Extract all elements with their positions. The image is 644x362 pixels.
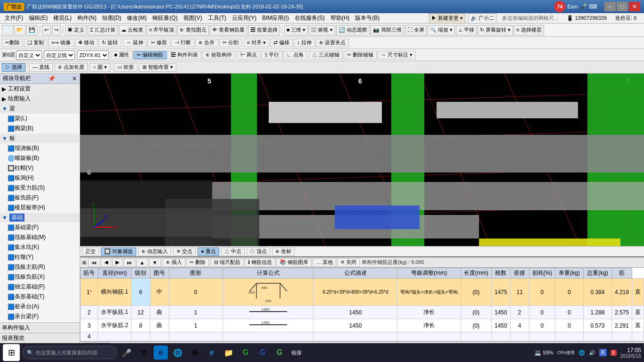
split-btn[interactable]: ✂ 分割 xyxy=(219,39,242,47)
sidebar-item-raft-neg-rebar[interactable]: 🟦 筏板负筋(X) xyxy=(0,272,80,282)
sidebar-item-slab-rebar-s[interactable]: 🟦 板受力筋(S) xyxy=(0,183,80,193)
sidebar-item-ring-beam[interactable]: 🟦 圈梁(B) xyxy=(0,123,80,133)
3d-btn[interactable]: ■ 三维 ▾ xyxy=(284,25,308,35)
menu-modify[interactable]: 修改(M) xyxy=(124,13,149,24)
dim-label-btn[interactable]: ↔ 尺寸标注 ▾ xyxy=(378,51,416,59)
menu-floor[interactable]: 楼层(L) xyxy=(50,13,74,24)
taskbar-taskview[interactable]: ⧉ xyxy=(137,346,151,360)
menu-view[interactable]: 视图(V) xyxy=(181,13,205,24)
table-row-1[interactable]: 1* 横向钢筋.1 6 中 0 490 xyxy=(81,279,644,306)
cell-diameter-1[interactable]: 6 xyxy=(132,279,150,306)
sidebar-item-col-pad[interactable]: 🟦 柱墩(Y) xyxy=(0,252,80,262)
other-btn[interactable]: … 其他 xyxy=(313,258,336,267)
sidebar-item-pit[interactable]: 🟦 集水坑(K) xyxy=(0,242,80,252)
sidebar-section-settings[interactable]: ▶ 工程设置 xyxy=(0,84,80,94)
next-record-btn[interactable]: ▶ xyxy=(112,258,123,267)
menu-part[interactable]: 构件(N) xyxy=(74,13,99,24)
trim-btn[interactable]: ✂ 修剪 xyxy=(148,39,170,47)
last-record-btn[interactable]: ⏭ xyxy=(124,258,135,267)
save-btn[interactable]: 💾 xyxy=(26,25,38,35)
sidebar-item-slab-neg-f[interactable]: 🟦 板负筋(F) xyxy=(0,193,80,203)
sidebar-item-cap-beam[interactable]: 🟦 承台梁(F) xyxy=(0,312,80,321)
rebar-lib-btn[interactable]: 📚 钢筋图库 xyxy=(276,258,312,267)
circle-btn[interactable]: ○ 圆 ▾ xyxy=(90,63,110,72)
dynamic-btn[interactable]: 🔄 动态观察 xyxy=(336,25,370,35)
taskbar-link[interactable]: 链接 xyxy=(289,346,304,360)
sidebar-item-raft-main-rebar[interactable]: 🟦 筏板主筋(R) xyxy=(0,262,80,272)
sidebar-item-strip-foundation[interactable]: 🟦 条形基础(T) xyxy=(0,292,80,302)
sidebar-item-floor-band[interactable]: 🟦 楼层板带(H) xyxy=(0,203,80,213)
mirror-btn[interactable]: ⟺ 镜像 xyxy=(48,39,74,47)
vertex-btn[interactable]: ◇ 顶点 xyxy=(247,247,270,256)
menu-edit[interactable]: 编辑(E) xyxy=(26,13,50,24)
orthogonal-btn[interactable]: 正交 xyxy=(82,247,99,256)
table-row-3[interactable]: 3 水平纵筋.2 8 曲 1 1450 1450 xyxy=(81,319,644,332)
sidebar-item-beam-l[interactable]: 🟦 梁(L) xyxy=(0,114,80,123)
view-rebar-btn[interactable]: 👁 查看钢筋量 xyxy=(210,25,247,35)
sidebar-footer-report[interactable]: 报表预览 xyxy=(0,333,80,343)
keyboard-icon[interactable]: ⌨ xyxy=(589,3,597,10)
canvas-area[interactable]: 5 6 7 8 xyxy=(80,74,644,246)
start-button[interactable]: ⊞ xyxy=(3,344,20,361)
taskbar-ie[interactable]: e xyxy=(205,346,219,360)
rect-btn[interactable]: ▭ 矩形 xyxy=(114,63,137,72)
taskbar-cortana[interactable]: 🎤 xyxy=(120,346,134,360)
plan-btn[interactable]: ▤ 俯视 ▾ xyxy=(309,25,335,35)
dynamic-input-btn[interactable]: ⊕ 动态输入 xyxy=(138,247,171,256)
parts-list-btn[interactable]: ☰ 构件列表 xyxy=(167,51,201,59)
object-snap-btn[interactable]: 🔲 对象捕捉 xyxy=(101,247,136,256)
insert-rebar-btn[interactable]: ⊕ 插入 xyxy=(163,258,185,267)
layer-select[interactable]: 自定义 xyxy=(16,50,42,60)
sidebar-close-icon[interactable]: ✕ xyxy=(72,75,77,82)
extend-btn[interactable]: ↔ 延伸 xyxy=(123,39,147,47)
sidebar-slab-section[interactable]: ▼ 板 xyxy=(0,133,80,143)
table-row-4[interactable]: 4 xyxy=(81,332,644,341)
taskbar-chrome[interactable]: ⊕ xyxy=(188,346,202,360)
midpoint2-btn[interactable]: △ 中点 xyxy=(221,247,245,256)
menu-tools[interactable]: 工具(T) xyxy=(205,13,229,24)
menu-online[interactable]: 在线服务(S) xyxy=(292,13,328,24)
parallel-btn[interactable]: ∥ 平行 xyxy=(261,51,282,59)
screen-rotate-btn[interactable]: ↻ 屏幕旋转 ▾ xyxy=(478,25,513,35)
delete-btn[interactable]: ✂删除 xyxy=(2,39,23,47)
move-down-btn[interactable]: ▼ xyxy=(149,258,161,267)
zoom-btn[interactable]: 🔍 缩放 ▾ xyxy=(428,25,455,35)
first-record-btn[interactable]: ⏮ xyxy=(88,258,100,267)
menu-help[interactable]: 帮助(H) xyxy=(328,13,353,24)
sidebar-item-slab-hole[interactable]: 🟦 板洞(H) xyxy=(0,173,80,183)
intersection-btn[interactable]: ✕ 交点 xyxy=(173,247,196,256)
minimize-button[interactable]: － xyxy=(604,2,616,11)
sidebar-item-cast-slab[interactable]: 🟦 现浇板(B) xyxy=(0,143,80,153)
properties-btn[interactable]: ■ 属性 xyxy=(111,51,132,59)
new-btn[interactable]: 📄 xyxy=(2,25,13,35)
local3d-btn[interactable]: 📷 局部三维 xyxy=(371,25,404,35)
select-btn[interactable]: ▷ 选择 xyxy=(2,63,25,72)
scale-rebar-btn[interactable]: ⊟ 缩尺配筋 xyxy=(211,258,244,267)
menu-file[interactable]: 文件(F) xyxy=(2,13,26,24)
zdyx-select[interactable]: ZDYX-81 xyxy=(77,50,109,60)
rebar-info-btn[interactable]: ℹ 钢筋信息 xyxy=(245,258,275,267)
move-up-btn[interactable]: ▲ xyxy=(136,258,148,267)
steel-table-wrapper[interactable]: 筋号 直径(mm) 级别 图号 图形 计算公式 公式描述 弯曲调整(mm) 长度… xyxy=(80,268,644,343)
close-rebar-btn[interactable]: ✕ 关闭 xyxy=(337,258,360,267)
sidebar-item-spiral-slab[interactable]: 🌀 螺旋板(B) xyxy=(0,153,80,163)
menu-cloud[interactable]: 云应用(Y) xyxy=(229,13,259,24)
mic-icon[interactable]: 🎤 xyxy=(580,3,587,10)
sidebar-item-pile-cap[interactable]: 🟦 桩承台(A) xyxy=(0,302,80,312)
smart-layout-btn[interactable]: ⊞ 智能布置 ▾ xyxy=(139,63,176,72)
edit-rebar-btn[interactable]: ✏ 编辑钢筋 xyxy=(133,51,166,59)
menu-draw[interactable]: 绘图(D) xyxy=(99,13,124,24)
sidebar-footer-single[interactable]: 单构件输入 xyxy=(0,322,80,333)
taskbar-gd-icon[interactable]: G xyxy=(239,346,253,360)
cloud-check-btn[interactable]: ☁ 云检查 xyxy=(119,25,146,35)
maximize-button[interactable]: □ xyxy=(617,2,628,11)
taskbar-gd-icon2[interactable]: G xyxy=(256,346,270,360)
prev-record-btn[interactable]: ◀ xyxy=(101,258,111,267)
point-length-btn[interactable]: ⊕ 点加长度 xyxy=(55,63,88,72)
calc-btn[interactable]: Σ 汇总计算 xyxy=(88,25,118,35)
move-btn[interactable]: ✥ 移动 xyxy=(75,39,98,47)
pan-btn[interactable]: ⊥ 平移 xyxy=(456,25,477,35)
sidebar-item-col-cap[interactable]: 🔲 柱帽(V) xyxy=(0,163,80,173)
undo-btn[interactable]: ↩ xyxy=(42,25,51,35)
sidebar-item-isolated-foundation[interactable]: 🟦 独立基础(P) xyxy=(0,282,80,292)
